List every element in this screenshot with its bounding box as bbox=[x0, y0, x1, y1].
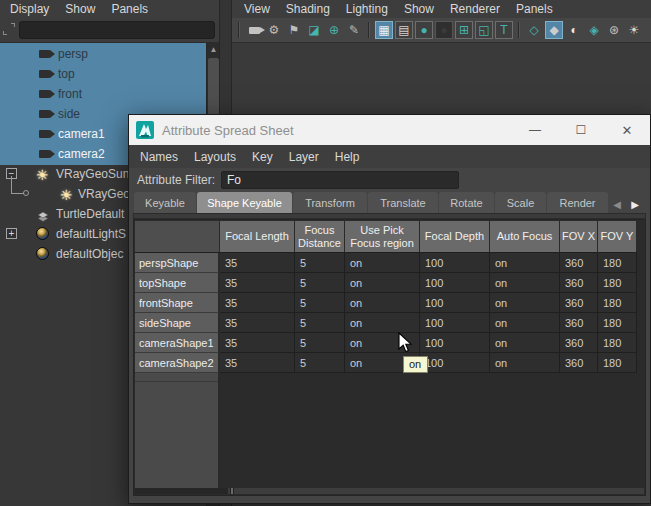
show-camera-icon[interactable] bbox=[245, 21, 263, 39]
camera-attributes-icon[interactable]: ⚙ bbox=[265, 21, 283, 39]
table-cell[interactable]: on bbox=[490, 253, 560, 273]
row-header[interactable]: topShape bbox=[135, 273, 220, 293]
wireframe-icon[interactable]: ◇ bbox=[525, 21, 543, 39]
row-header[interactable]: sideShape bbox=[135, 313, 220, 333]
tab-translate[interactable]: Translate bbox=[368, 192, 438, 213]
table-cell[interactable]: 180 bbox=[598, 293, 637, 313]
menu-panels[interactable]: Panels bbox=[103, 2, 156, 16]
tab-scale[interactable]: Scale bbox=[495, 192, 546, 213]
scrollbar-thumb[interactable] bbox=[208, 58, 219, 116]
table-cell[interactable]: on bbox=[345, 313, 420, 333]
table-cell[interactable]: 360 bbox=[560, 333, 598, 353]
table-cell[interactable]: 5 bbox=[295, 313, 345, 333]
pan-zoom-icon[interactable]: ⊕ bbox=[325, 21, 343, 39]
table-cell[interactable]: on bbox=[490, 353, 560, 373]
attribute-filter-input[interactable] bbox=[221, 171, 459, 189]
menu-show[interactable]: Show bbox=[57, 2, 103, 16]
outliner-item-persp[interactable]: persp bbox=[0, 44, 219, 64]
table-cell[interactable]: 100 bbox=[420, 293, 490, 313]
table-cell[interactable]: 180 bbox=[598, 253, 637, 273]
menu-help[interactable]: Help bbox=[328, 150, 367, 164]
table-cell[interactable]: 100 bbox=[420, 353, 490, 373]
close-button-icon[interactable]: ✕ bbox=[604, 115, 650, 145]
table-cell[interactable]: 100 bbox=[420, 253, 490, 273]
row-header[interactable]: frontShape bbox=[135, 293, 220, 313]
table-cell[interactable]: 35 bbox=[220, 293, 295, 313]
table-cell[interactable]: on bbox=[490, 273, 560, 293]
table-cell[interactable]: 5 bbox=[295, 333, 345, 353]
column-header[interactable]: FOV X bbox=[560, 221, 598, 253]
tab-transform[interactable]: Transform bbox=[293, 192, 367, 213]
menu-layouts[interactable]: Layouts bbox=[187, 150, 243, 164]
tab-rotate[interactable]: Rotate bbox=[439, 192, 494, 213]
safe-title-icon[interactable]: T bbox=[495, 21, 513, 39]
table-cell[interactable]: on bbox=[345, 293, 420, 313]
table-cell[interactable]: 5 bbox=[295, 273, 345, 293]
table-cell[interactable]: 360 bbox=[560, 293, 598, 313]
column-header[interactable]: Use Pick Focus region bbox=[345, 221, 420, 253]
expand-collapse-icon[interactable]: + bbox=[6, 228, 17, 239]
light-bulb-icon[interactable]: ☀ bbox=[625, 21, 643, 39]
row-header[interactable]: cameraShape2 bbox=[135, 353, 220, 373]
column-header[interactable]: Focal Length bbox=[220, 221, 295, 253]
lighting-icon[interactable]: ◐ bbox=[565, 21, 583, 39]
menu-display[interactable]: Display bbox=[2, 2, 57, 16]
outliner-search-input[interactable] bbox=[19, 21, 215, 39]
menu-panels[interactable]: Panels bbox=[508, 2, 561, 16]
table-cell[interactable]: 360 bbox=[560, 353, 598, 373]
column-header[interactable]: Auto Focus bbox=[490, 221, 560, 253]
table-cell[interactable]: 100 bbox=[420, 273, 490, 293]
table-cell[interactable]: on bbox=[490, 293, 560, 313]
column-header[interactable]: FOV Y bbox=[598, 221, 637, 253]
table-cell[interactable]: 360 bbox=[560, 313, 598, 333]
field-chart-icon[interactable]: ⊞ bbox=[455, 21, 473, 39]
table-cell[interactable]: 180 bbox=[598, 353, 637, 373]
table-cell[interactable]: on bbox=[345, 253, 420, 273]
grid-icon[interactable]: ▦ bbox=[375, 21, 393, 39]
menu-names[interactable]: Names bbox=[133, 150, 185, 164]
outliner-item-top[interactable]: top bbox=[0, 64, 219, 84]
table-cell[interactable]: 100 bbox=[420, 333, 490, 353]
column-header[interactable]: Focal Depth bbox=[420, 221, 490, 253]
menu-renderer[interactable]: Renderer bbox=[442, 2, 508, 16]
scrollbar-splitter-handle[interactable] bbox=[230, 488, 234, 494]
tab-keyable[interactable]: Keyable bbox=[134, 192, 196, 213]
menu-shading[interactable]: Shading bbox=[278, 2, 338, 16]
safe-action-icon[interactable]: ◱ bbox=[475, 21, 493, 39]
table-cell[interactable]: 360 bbox=[560, 273, 598, 293]
tabs-scroll-left-icon[interactable]: ◀ bbox=[610, 199, 624, 210]
film-gate-icon[interactable]: ▤ bbox=[395, 21, 413, 39]
resolution-gate-icon[interactable]: ● bbox=[415, 21, 433, 39]
table-cell[interactable]: on bbox=[490, 313, 560, 333]
table-cell[interactable]: on bbox=[345, 333, 420, 353]
grease-pencil-icon[interactable]: ✎ bbox=[345, 21, 363, 39]
menu-lighting[interactable]: Lighting bbox=[338, 2, 396, 16]
table-cell[interactable]: 35 bbox=[220, 333, 295, 353]
table-cell[interactable]: on bbox=[490, 333, 560, 353]
horizontal-scrollbar[interactable] bbox=[135, 488, 644, 494]
menu-show[interactable]: Show bbox=[396, 2, 442, 16]
table-cell[interactable]: 180 bbox=[598, 313, 637, 333]
gate-mask-icon[interactable]: ● bbox=[435, 21, 453, 39]
row-header[interactable]: perspShape bbox=[135, 253, 220, 273]
table-cell[interactable]: 180 bbox=[598, 333, 637, 353]
table-cell[interactable]: 100 bbox=[420, 313, 490, 333]
menu-key[interactable]: Key bbox=[245, 150, 280, 164]
menu-view[interactable]: View bbox=[236, 2, 278, 16]
minimize-button-icon[interactable]: — bbox=[512, 115, 558, 145]
table-cell[interactable]: 5 bbox=[295, 253, 345, 273]
table-cell[interactable]: 360 bbox=[560, 253, 598, 273]
scrollbar-left-segment[interactable] bbox=[135, 488, 228, 494]
table-cell[interactable]: 5 bbox=[295, 353, 345, 373]
smooth-shade-icon[interactable]: ◆ bbox=[545, 21, 563, 39]
table-cell[interactable]: 35 bbox=[220, 313, 295, 333]
image-plane-icon[interactable]: ◪ bbox=[305, 21, 323, 39]
tab-overflow-partial[interactable] bbox=[599, 192, 606, 213]
column-header[interactable]: Focus Distance bbox=[295, 221, 345, 253]
window-titlebar[interactable]: Attribute Spread Sheet —☐✕ bbox=[129, 115, 650, 145]
outliner-filter-icon[interactable] bbox=[3, 23, 15, 35]
tabs-scroll-right-icon[interactable]: ▶ bbox=[628, 199, 642, 210]
table-cell[interactable]: 180 bbox=[598, 273, 637, 293]
textures-icon[interactable]: ⊛ bbox=[605, 21, 623, 39]
table-cell[interactable]: 5 bbox=[295, 293, 345, 313]
